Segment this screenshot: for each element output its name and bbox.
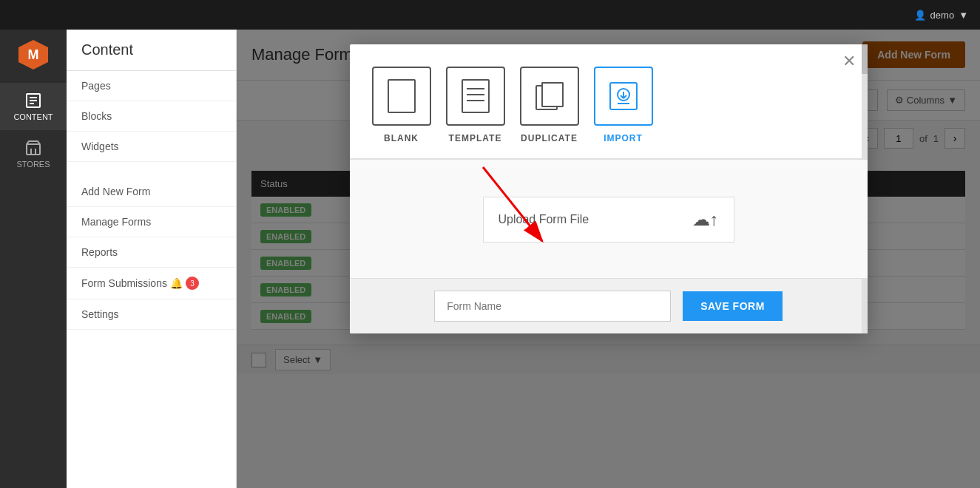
template-icon-box (446, 67, 505, 126)
nav-item-settings[interactable]: Settings (67, 299, 236, 330)
form-name-input[interactable] (434, 291, 671, 322)
nav-item-reports[interactable]: Reports (67, 237, 236, 268)
modal-option-import[interactable]: IMPORT (594, 67, 653, 143)
blank-icon-box (372, 67, 431, 126)
blank-label: BLANK (384, 133, 419, 143)
save-form-button[interactable]: SAVE FORM (683, 291, 783, 321)
duplicate-icon-box (520, 67, 579, 126)
svg-text:M: M (28, 47, 39, 62)
template-label: TEMPLATE (449, 133, 502, 143)
user-info: 👤 demo ▼ (914, 10, 968, 21)
left-sidebar: M CONTENT STORES (0, 30, 67, 488)
upload-form-file-box[interactable]: Upload Form File ☁↑ (483, 197, 734, 243)
add-form-modal: ✕ BLANK (350, 44, 868, 333)
sidebar-item-content-label: CONTENT (13, 112, 53, 121)
top-bar: 👤 demo ▼ (0, 0, 980, 30)
import-label: IMPORT (604, 133, 643, 143)
username: demo (930, 10, 955, 21)
modal-option-template[interactable]: TEMPLATE (446, 67, 505, 143)
upload-cloud-icon: ☁↑ (692, 209, 719, 230)
user-icon: 👤 (914, 10, 926, 21)
nav-item-add-new-form[interactable]: Add New Form (67, 177, 236, 207)
secondary-sidebar-title: Content (67, 30, 236, 71)
modal-footer: SAVE FORM (350, 278, 868, 333)
content-area: Manage Forms Add New Form Default View ▼… (237, 30, 980, 488)
scrollbar-thumb (862, 44, 868, 74)
upload-label: Upload Form File (499, 213, 589, 226)
import-icon-box (594, 67, 653, 126)
svg-rect-9 (388, 80, 415, 112)
modal-option-duplicate[interactable]: DUPLICATE (520, 67, 579, 143)
modal-option-blank[interactable]: BLANK (372, 67, 431, 143)
submissions-badge: 3 (186, 277, 199, 290)
svg-rect-15 (542, 83, 563, 106)
modal-overlay: ✕ BLANK (237, 30, 980, 488)
modal-body: Upload Form File ☁↑ (350, 160, 868, 278)
modal-options-row: BLANK TEMPLATE (350, 44, 868, 160)
nav-item-pages[interactable]: Pages (67, 71, 236, 101)
sidebar-item-stores-label: STORES (16, 160, 50, 169)
secondary-sidebar: Content Pages Blocks Widgets Add New For… (67, 30, 237, 488)
logo[interactable]: M (16, 37, 51, 75)
nav-item-manage-forms[interactable]: Manage Forms (67, 207, 236, 237)
nav-item-widgets[interactable]: Widgets (67, 132, 236, 162)
modal-close-button[interactable]: ✕ (842, 53, 856, 70)
main-layout: M CONTENT STORES Content Pages B (0, 30, 980, 488)
user-dropdown-icon[interactable]: ▼ (959, 10, 968, 21)
sidebar-item-content[interactable]: CONTENT (0, 83, 67, 130)
sidebar-item-stores[interactable]: STORES (0, 130, 67, 177)
nav-item-blocks[interactable]: Blocks (67, 101, 236, 132)
nav-item-form-submissions[interactable]: Form Submissions 🔔 3 (67, 268, 236, 299)
svg-rect-6 (27, 144, 40, 155)
duplicate-label: DUPLICATE (521, 133, 578, 143)
svg-rect-10 (462, 80, 489, 112)
